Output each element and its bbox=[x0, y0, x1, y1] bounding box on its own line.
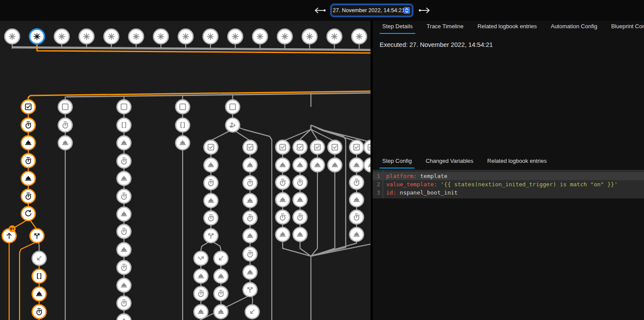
trace-node-timer[interactable] bbox=[204, 176, 218, 190]
trace-node-bell[interactable] bbox=[243, 265, 257, 279]
trace-node-bell[interactable] bbox=[214, 305, 228, 319]
step-config-code[interactable]: 1platform: template2value_template: '{{ … bbox=[373, 170, 644, 198]
trace-node-timer[interactable] bbox=[276, 210, 290, 224]
trace-node-bell[interactable] bbox=[243, 229, 257, 243]
trace-node-checkbox-marked[interactable] bbox=[328, 140, 342, 154]
trace-node-timer[interactable] bbox=[117, 154, 131, 168]
trace-node-timer[interactable] bbox=[21, 189, 35, 203]
trace-node-asterisk[interactable] bbox=[178, 29, 193, 44]
trace-node-timer[interactable] bbox=[350, 210, 364, 224]
trace-node-timer[interactable] bbox=[117, 224, 131, 238]
trace-node-asterisk[interactable] bbox=[54, 29, 69, 44]
trace-node-timer[interactable] bbox=[117, 189, 131, 203]
trace-node-choose[interactable] bbox=[226, 118, 240, 132]
trace-node-bell[interactable] bbox=[117, 207, 131, 221]
trace-node-timer[interactable] bbox=[214, 287, 228, 300]
trace-node-timer[interactable] bbox=[117, 296, 131, 310]
trace-node-timer[interactable] bbox=[58, 118, 72, 132]
tab-changed-variables[interactable]: Changed Variables bbox=[423, 158, 476, 168]
trace-node-asterisk[interactable] bbox=[253, 29, 267, 44]
trace-node-timer[interactable] bbox=[32, 305, 46, 319]
trace-node-asterisk[interactable] bbox=[30, 29, 44, 44]
trace-node-bell[interactable] bbox=[243, 158, 257, 172]
trace-node-bell[interactable] bbox=[21, 172, 35, 185]
trace-node-timer[interactable] bbox=[204, 211, 218, 225]
trace-node-bell[interactable] bbox=[328, 158, 342, 172]
trace-node-bell[interactable] bbox=[194, 269, 208, 283]
trace-node-bell[interactable] bbox=[194, 305, 208, 319]
trace-node-asterisk[interactable] bbox=[153, 29, 168, 44]
trace-node-checkbox-marked[interactable] bbox=[293, 140, 307, 154]
trace-node-timer[interactable] bbox=[21, 118, 35, 132]
trace-node-brackets[interactable] bbox=[32, 269, 46, 283]
trace-node-bell[interactable] bbox=[310, 158, 324, 172]
tab-related-logbook-entries[interactable]: Related logbook entries bbox=[475, 23, 540, 34]
trace-node-bell[interactable] bbox=[117, 136, 131, 150]
trace-node-bell[interactable] bbox=[350, 228, 364, 241]
trace-node-timer[interactable] bbox=[350, 175, 364, 189]
trace-node-timer[interactable] bbox=[276, 175, 290, 189]
trace-node-bell[interactable] bbox=[276, 228, 290, 241]
trace-node-asterisk[interactable] bbox=[129, 29, 143, 44]
tab-related-logbook-entries[interactable]: Related logbook entries bbox=[485, 158, 550, 168]
trace-node-bell[interactable] bbox=[214, 269, 228, 283]
trace-node-checkbox-blank[interactable] bbox=[226, 100, 240, 114]
trace-node-bell[interactable] bbox=[204, 158, 218, 172]
trace-node-bell[interactable] bbox=[293, 158, 307, 172]
trace-node-call-split[interactable] bbox=[243, 283, 257, 297]
trace-node-bell[interactable] bbox=[276, 158, 290, 172]
trace-node-asterisk[interactable] bbox=[302, 29, 317, 44]
trace-node-brackets[interactable] bbox=[176, 118, 190, 132]
trace-node-asterisk[interactable] bbox=[79, 29, 94, 44]
trace-node-asterisk[interactable] bbox=[5, 29, 20, 44]
trace-node-call-split[interactable] bbox=[30, 229, 44, 243]
trace-node-asterisk[interactable] bbox=[277, 29, 292, 44]
trace-node-checkbox-marked[interactable] bbox=[21, 100, 35, 114]
trace-node-call-split[interactable] bbox=[204, 229, 218, 243]
trace-node-bell[interactable] bbox=[32, 287, 46, 301]
trace-node-bell[interactable] bbox=[117, 278, 131, 292]
trace-node-checkbox-marked[interactable] bbox=[364, 140, 370, 154]
run-select[interactable]: 27. November 2022, 14:54:21 bbox=[331, 5, 412, 16]
trace-node-asterisk[interactable] bbox=[327, 29, 342, 44]
tab-step-config[interactable]: Step Config bbox=[380, 158, 414, 168]
trace-node-checkbox-marked[interactable] bbox=[204, 140, 218, 154]
trace-node-bell[interactable] bbox=[243, 194, 257, 208]
trace-node-timer[interactable] bbox=[194, 287, 208, 300]
tab-step-details[interactable]: Step Details bbox=[380, 23, 415, 34]
next-run-button[interactable] bbox=[418, 7, 431, 13]
trace-node-bell[interactable] bbox=[276, 193, 290, 207]
trace-node-timer[interactable] bbox=[243, 211, 257, 225]
trace-node-bell[interactable] bbox=[21, 136, 35, 150]
trace-node-repeat[interactable] bbox=[21, 207, 35, 221]
trace-node-asterisk[interactable] bbox=[104, 29, 119, 44]
trace-node-timer[interactable] bbox=[21, 154, 35, 168]
tab-blueprint-config[interactable]: Blueprint Config bbox=[608, 23, 644, 34]
tab-automation-config[interactable]: Automation Config bbox=[548, 23, 600, 34]
trace-node-bell[interactable] bbox=[293, 193, 307, 207]
trace-node-bell[interactable] bbox=[117, 243, 131, 257]
trace-node-checkbox-marked[interactable] bbox=[350, 140, 364, 154]
trace-node-timer[interactable] bbox=[293, 175, 307, 189]
trace-node-checkbox-marked[interactable] bbox=[310, 140, 324, 154]
trace-node-bell[interactable] bbox=[58, 136, 72, 150]
trace-node-bell[interactable] bbox=[176, 136, 190, 150]
trace-node-arrow-bottom-left[interactable] bbox=[245, 305, 259, 319]
trace-node-checkbox-marked[interactable] bbox=[243, 140, 257, 154]
trace-node-timer[interactable] bbox=[117, 261, 131, 274]
trace-node-timer[interactable] bbox=[243, 176, 257, 190]
trace-node-call-missed[interactable] bbox=[194, 251, 208, 265]
trace-node-asterisk[interactable] bbox=[228, 29, 243, 44]
tab-trace-timeline[interactable]: Trace Timeline bbox=[424, 23, 466, 34]
trace-node-bell[interactable] bbox=[293, 228, 307, 241]
trace-node-bell[interactable] bbox=[350, 193, 364, 207]
trace-node-asterisk[interactable] bbox=[352, 29, 367, 44]
trace-node-asterisk[interactable] bbox=[203, 29, 218, 44]
trace-node-bell[interactable] bbox=[204, 194, 218, 208]
trace-node-checkbox-blank[interactable] bbox=[117, 100, 131, 114]
trace-node-arrow-bottom-left[interactable] bbox=[214, 251, 228, 265]
trace-node-checkbox-blank[interactable] bbox=[58, 100, 72, 114]
trace-node-brackets[interactable] bbox=[117, 118, 131, 132]
trace-node-arrow-bottom-left[interactable] bbox=[32, 251, 46, 265]
trace-node-timer[interactable] bbox=[293, 210, 307, 224]
